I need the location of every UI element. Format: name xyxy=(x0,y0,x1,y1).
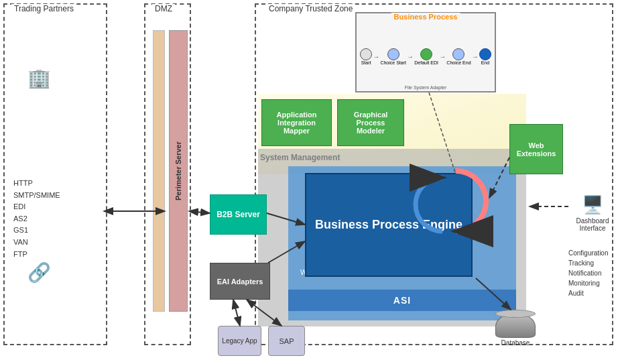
web-extensions-label: Web Extensions xyxy=(513,141,560,158)
legacy-app-label: Legacy App xyxy=(222,337,257,345)
legacy-app-box: Legacy App xyxy=(218,326,261,356)
file-system-label: File System Adapter xyxy=(405,85,447,90)
bp-choice-start: Choice Start xyxy=(380,48,406,65)
protocol-gs1: GS1 xyxy=(13,225,60,237)
bp-choice-start-circle xyxy=(387,48,399,60)
app-integration-label: Application Integration Mapper xyxy=(265,111,328,135)
database-label: Database xyxy=(501,339,530,347)
database-box: Database xyxy=(492,310,539,347)
sap-box: SAP xyxy=(268,326,305,356)
config-item: Configuration xyxy=(568,248,608,258)
perimeter-server-bar: Perimeter Server xyxy=(169,30,188,312)
monitoring-item: Monitoring xyxy=(568,278,608,288)
protocol-http: HTTP xyxy=(13,178,60,190)
bp-arrow-2: → xyxy=(407,53,414,60)
b2b-server-label: B2B Server xyxy=(216,210,260,219)
b2b-server-box: B2B Server xyxy=(210,194,267,235)
bp-arrow-4: → xyxy=(472,53,479,60)
protocol-as2: AS2 xyxy=(13,213,60,225)
dashboard-monitor-icon: 🖥️ xyxy=(568,194,617,215)
network-icon: 🔗 xyxy=(12,261,66,305)
dashboard-interface-label: Dashboard Interface xyxy=(568,217,617,232)
dmz-bar xyxy=(153,30,165,312)
trading-partners-label: Trading Partners xyxy=(11,4,76,13)
svg-line-5 xyxy=(189,211,210,213)
bpe-label: Business Process Engine xyxy=(315,217,462,233)
tracking-item: Tracking xyxy=(568,258,608,268)
bp-end-circle xyxy=(479,48,491,60)
eai-adapters-box: EAI Adapters xyxy=(210,263,270,300)
sap-label: SAP xyxy=(279,337,294,345)
bp-arrow-1: → xyxy=(373,53,379,60)
bp-default-edi: Default EDI xyxy=(414,48,438,65)
protocol-edi: EDI xyxy=(13,201,60,213)
bp-start: Start xyxy=(360,48,372,65)
asi-bar: ASI xyxy=(288,290,516,311)
audit-item: Audit xyxy=(568,288,608,298)
dashboard-interface-box: 🖥️ Dashboard Interface xyxy=(568,194,617,232)
bp-choice-end-circle xyxy=(452,48,464,60)
protocol-smtp: SMTP/SMIME xyxy=(13,190,60,202)
bp-end: End xyxy=(479,48,491,65)
protocol-van: VAN xyxy=(13,237,60,249)
business-process-box: Business Process Start → Choice Start → … xyxy=(355,12,496,93)
business-process-label: Business Process xyxy=(391,13,460,21)
asi-label: ASI xyxy=(393,295,411,306)
app-integration-box: Application Integration Mapper xyxy=(261,99,332,146)
bp-end-label: End xyxy=(481,60,489,65)
bp-choice-end: Choice End xyxy=(446,48,471,65)
buildings-icon: 🏢 xyxy=(12,67,66,107)
bp-choice-start-label: Choice Start xyxy=(380,60,406,65)
bp-start-circle xyxy=(360,48,372,60)
protocol-ftp: FTP xyxy=(13,249,60,261)
db-top xyxy=(495,310,536,318)
eai-adapters-label: EAI Adapters xyxy=(217,278,263,286)
diagram-container: Trading Partners DMZ Company Trusted Zon… xyxy=(0,0,620,364)
perimeter-server-label: Perimeter Server xyxy=(174,141,182,200)
bpe-box: Business Process Engine xyxy=(305,173,473,277)
graphical-process-label: Graphical Process Modeler xyxy=(341,111,400,135)
bp-edi-label: Default EDI xyxy=(414,60,438,65)
bp-flow: Start → Choice Start → Default EDI → Cho… xyxy=(360,25,491,88)
protocol-labels: HTTP SMTP/SMIME EDI AS2 GS1 VAN FTP xyxy=(13,178,60,260)
bp-edi-circle xyxy=(420,48,432,60)
config-list: Configuration Tracking Notification Moni… xyxy=(568,248,608,298)
web-extensions-box: Web Extensions xyxy=(509,124,563,174)
svg-line-9 xyxy=(233,300,240,326)
trusted-zone-label: Company Trusted Zone xyxy=(266,4,355,13)
dmz-label: DMZ xyxy=(152,4,175,13)
bp-start-label: Start xyxy=(361,60,371,65)
notification-item: Notification xyxy=(568,268,608,278)
bp-choice-end-label: Choice End xyxy=(446,60,471,65)
graphical-process-box: Graphical Process Modeler xyxy=(337,99,404,146)
bp-arrow-3: → xyxy=(439,53,446,60)
